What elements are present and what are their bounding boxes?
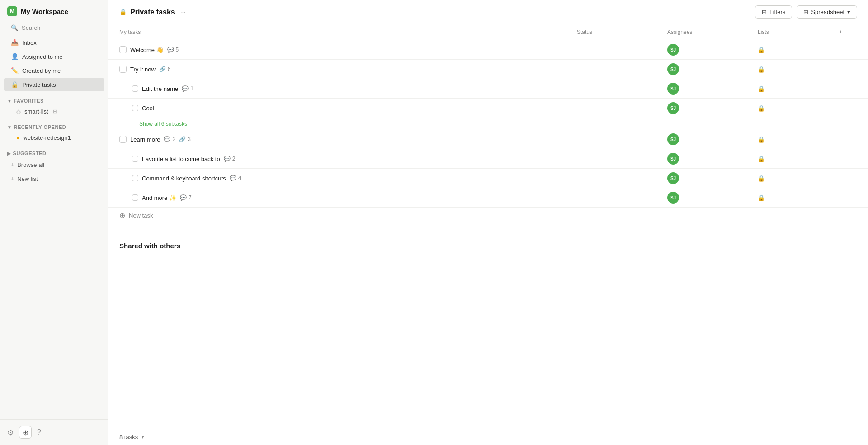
new-task-button[interactable]: ⊕ New task bbox=[108, 208, 868, 223]
suggested-arrow: ▶ bbox=[7, 151, 11, 156]
col-status: Status bbox=[577, 29, 667, 35]
workspace-header[interactable]: M My Workspace bbox=[0, 0, 108, 21]
task-name-cell: And more ✨ 💬 7 bbox=[119, 191, 577, 205]
list-lock-icon: 🔒 bbox=[758, 175, 765, 182]
list-lock-icon: 🔒 bbox=[758, 85, 765, 92]
page-title: Private tasks bbox=[130, 8, 175, 16]
comment-icon: 💬 bbox=[167, 47, 174, 53]
avatar: SJ bbox=[667, 44, 679, 56]
task-extra-cell bbox=[839, 104, 857, 112]
task-extra-cell bbox=[839, 46, 857, 53]
task-status-cell bbox=[577, 46, 667, 53]
task-comments: 💬 7 bbox=[180, 194, 192, 201]
private-label: Private tasks bbox=[22, 81, 56, 88]
task-checkbox[interactable] bbox=[119, 136, 127, 143]
task-checkbox[interactable] bbox=[132, 85, 138, 92]
sidebar-item-assigned[interactable]: 👤 Assigned to me bbox=[4, 50, 104, 63]
settings-icon[interactable]: ⚙ bbox=[7, 428, 14, 437]
new-list-action[interactable]: + New list bbox=[4, 172, 104, 185]
task-checkbox[interactable] bbox=[132, 175, 138, 181]
comment-icon: 💬 bbox=[164, 136, 170, 142]
sidebar-item-website-redesign1[interactable]: ● website-redesign1 bbox=[4, 132, 104, 144]
avatar: SJ bbox=[667, 102, 679, 114]
task-comments: 💬 4 bbox=[230, 175, 241, 181]
task-assignee-cell: SJ bbox=[667, 169, 758, 188]
smart-list-label: smart-list bbox=[24, 108, 48, 115]
task-assignee-cell: SJ bbox=[667, 149, 758, 168]
task-checkbox[interactable] bbox=[132, 105, 138, 111]
created-icon: ✏️ bbox=[11, 67, 19, 74]
avatar: SJ bbox=[667, 63, 679, 75]
add-button[interactable]: ⊕ bbox=[19, 426, 32, 439]
col-add[interactable]: + bbox=[839, 29, 857, 35]
link-icon: 🔗 bbox=[159, 66, 166, 72]
search-icon: 🔍 bbox=[11, 24, 18, 31]
show-subtasks-button[interactable]: Show all 6 subtasks bbox=[108, 118, 868, 130]
task-checkbox[interactable] bbox=[132, 194, 138, 201]
comment-count: 1 bbox=[190, 85, 193, 92]
task-row: Cool SJ 🔒 bbox=[108, 99, 868, 118]
topbar-left: 🔒 Private tasks ··· bbox=[119, 8, 187, 17]
comment-icon: 💬 bbox=[224, 156, 231, 162]
comment-count: 4 bbox=[238, 175, 241, 181]
spreadsheet-button[interactable]: ⊞ Spreadsheet ▾ bbox=[797, 5, 857, 19]
favorites-section[interactable]: ▼ Favorites bbox=[0, 95, 108, 105]
col-assignees: Assignees bbox=[667, 29, 758, 35]
shared-section-label: Shared with others bbox=[108, 228, 868, 254]
task-list-cell: 🔒 bbox=[758, 101, 839, 115]
help-icon[interactable]: ? bbox=[37, 428, 41, 436]
task-comments: 💬 2 bbox=[164, 136, 175, 142]
task-name: Command & keyboard shortcuts bbox=[142, 175, 226, 182]
task-name-cell: Cool bbox=[119, 101, 577, 115]
task-status-cell bbox=[577, 66, 667, 73]
list-lock-icon: 🔒 bbox=[758, 136, 765, 143]
task-row: Welcome 👋 💬 5 SJ 🔒 bbox=[108, 40, 868, 60]
suggested-section[interactable]: ▶ Suggested bbox=[0, 147, 108, 158]
avatar: SJ bbox=[667, 192, 679, 204]
more-options-button[interactable]: ··· bbox=[179, 8, 188, 17]
task-checkbox[interactable] bbox=[132, 156, 138, 162]
sidebar-item-inbox[interactable]: 📥 Inbox bbox=[4, 36, 104, 49]
filters-button[interactable]: ⊟ Filters bbox=[755, 5, 792, 19]
task-checkbox[interactable] bbox=[119, 66, 127, 73]
list-lock-icon: 🔒 bbox=[758, 105, 765, 112]
task-extra-cell bbox=[839, 136, 857, 143]
tasks-count-chevron[interactable]: ▾ bbox=[142, 434, 144, 440]
website-redesign-icon: ● bbox=[16, 135, 19, 141]
inbox-icon: 📥 bbox=[11, 39, 19, 46]
sidebar: M My Workspace 🔍 Search 📥 Inbox 👤 Assign… bbox=[0, 0, 108, 445]
browse-all-action[interactable]: + Browse all bbox=[4, 158, 104, 171]
title-lock-icon: 🔒 bbox=[119, 9, 127, 15]
comment-icon: 💬 bbox=[230, 175, 236, 181]
website-redesign-label: website-redesign1 bbox=[23, 134, 71, 141]
task-row: Try it now 🔗 6 SJ 🔒 bbox=[108, 60, 868, 79]
footer-bar: 8 tasks ▾ bbox=[108, 429, 868, 445]
task-extra-cell bbox=[839, 85, 857, 92]
main-content: 🔒 Private tasks ··· ⊟ Filters ⊞ Spreadsh… bbox=[108, 0, 868, 445]
task-name: Try it now bbox=[130, 66, 156, 73]
link-count: 6 bbox=[168, 66, 171, 72]
link-icon: 🔗 bbox=[179, 136, 186, 142]
tasks-count: 8 tasks bbox=[119, 434, 138, 440]
sidebar-item-smart-list[interactable]: ◇ smart-list ⊟ bbox=[4, 105, 104, 118]
avatar: SJ bbox=[667, 172, 679, 184]
search-item[interactable]: 🔍 Search bbox=[4, 21, 104, 35]
comment-count: 2 bbox=[172, 136, 175, 142]
avatar: SJ bbox=[667, 83, 679, 95]
task-name: Favorite a list to come back to bbox=[142, 156, 220, 162]
comment-icon: 💬 bbox=[182, 85, 189, 92]
task-checkbox[interactable] bbox=[119, 46, 127, 53]
task-list-cell: 🔒 bbox=[758, 43, 839, 57]
comment-count: 7 bbox=[189, 194, 192, 201]
task-comments: 💬 1 bbox=[182, 85, 193, 92]
new-list-icon: + bbox=[11, 175, 14, 182]
avatar: SJ bbox=[667, 133, 679, 145]
topbar: 🔒 Private tasks ··· ⊟ Filters ⊞ Spreadsh… bbox=[108, 0, 868, 24]
comment-count: 5 bbox=[176, 47, 179, 53]
recently-opened-section[interactable]: ▼ Recently opened bbox=[0, 121, 108, 132]
sidebar-item-created[interactable]: ✏️ Created by me bbox=[4, 64, 104, 77]
task-name-cell: Command & keyboard shortcuts 💬 4 bbox=[119, 171, 577, 185]
task-status-cell bbox=[577, 136, 667, 143]
sidebar-item-private[interactable]: 🔒 Private tasks bbox=[4, 78, 104, 91]
task-comments: 💬 2 bbox=[224, 156, 236, 162]
